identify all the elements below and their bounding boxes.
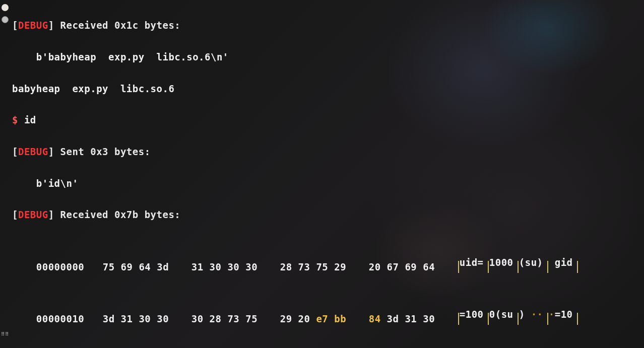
- debug-line-sent-3: [DEBUG] Sent 0x3 bytes:: [12, 144, 641, 160]
- dock-app-grid-icon[interactable]: ⠿⠿: [1, 333, 9, 336]
- hexdump-row: 0000000075 69 64 3d31 30 30 3028 73 75 2…: [12, 255, 641, 275]
- raw-bytes-ls: b'babyheap exp.py libc.so.6\n': [12, 49, 641, 65]
- hexdump-row: 000000103d 31 30 3030 28 73 7529 20 e7 b…: [12, 307, 641, 327]
- terminal-output[interactable]: [DEBUG] Received 0x1c bytes: b'babyheap …: [12, 2, 641, 348]
- debug-line-received-1c: [DEBUG] Received 0x1c bytes:: [12, 18, 641, 33]
- launcher-icon-light[interactable]: [2, 4, 9, 11]
- prompt-id-cmd: $ id: [12, 112, 641, 128]
- debug-line-received-7b: [DEBUG] Received 0x7b bytes:: [12, 207, 641, 223]
- dock-panel: ⠿⠿: [0, 0, 10, 348]
- launcher-icon-grey[interactable]: [2, 16, 9, 23]
- raw-bytes-id: b'id\n': [12, 176, 641, 191]
- ls-output: babyheap exp.py libc.so.6: [12, 81, 641, 97]
- hexdump-separator-icon: [458, 261, 459, 273]
